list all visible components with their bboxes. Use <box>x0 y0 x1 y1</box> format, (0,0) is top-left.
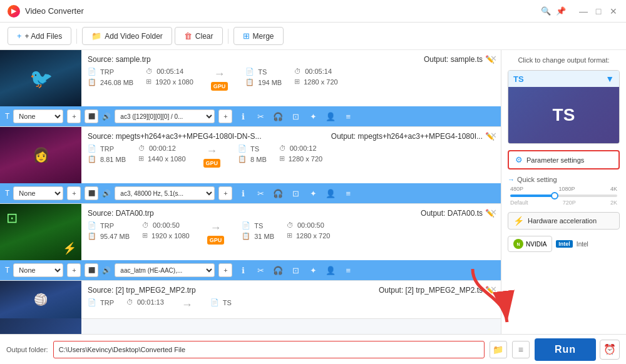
close-button[interactable]: ✕ <box>608 6 618 16</box>
maximize-button[interactable]: □ <box>593 6 603 16</box>
audio-select[interactable]: ac3, 48000 Hz, 5.1(s... <box>115 186 215 200</box>
output-title: Output: [2] trp_MPEG2_MP2.ts ✏️ <box>379 286 495 295</box>
file-thumbnail: 👩 <box>0 127 81 183</box>
quality-slider-thumb[interactable] <box>551 192 558 200</box>
close-item-button[interactable]: ✕ <box>490 208 497 217</box>
res-icon: ⊞ <box>146 78 151 86</box>
time-icon: ⏱ <box>146 68 153 75</box>
parameter-settings-button[interactable]: ⚙ Parameter settings <box>508 150 620 169</box>
format-icon: 📄 <box>88 68 96 76</box>
add-track-button[interactable]: + <box>67 109 81 123</box>
close-item-button[interactable]: ✕ <box>490 54 497 63</box>
crop-icon[interactable]: ⊡ <box>289 109 302 123</box>
watermark-icon[interactable]: 👤 <box>324 263 337 277</box>
add-folder-button[interactable]: 📁 Add Video Folder <box>82 27 172 45</box>
time-icon: ⏱ <box>138 144 145 152</box>
add-track-button[interactable]: + <box>67 263 81 277</box>
effect-icon[interactable]: ✦ <box>306 263 320 277</box>
effect-icon[interactable]: ✦ <box>306 109 320 123</box>
audio-icon: 🔊 <box>102 113 111 121</box>
crop-icon[interactable]: ⊡ <box>289 263 302 277</box>
track-options-button[interactable]: ⬛ <box>85 109 98 123</box>
arrow-right-icon: → <box>214 68 225 81</box>
audio-select[interactable]: ac3 ([129][0][0][0] / 0... <box>115 109 215 123</box>
headphone-icon[interactable]: 🎧 <box>271 263 285 277</box>
cut-icon[interactable]: ✂ <box>254 109 267 123</box>
title-bar: ▶ Video Converter 🔍 📌 — □ ✕ <box>0 0 626 23</box>
browse-folder-button[interactable]: 📁 <box>490 341 507 358</box>
subtitle-select[interactable]: None <box>13 186 63 200</box>
timer-button[interactable]: ⏰ <box>600 340 620 360</box>
out-size-icon: 📋 <box>242 232 250 240</box>
file-row: 🐦 Source: sample.trp Output: sample.ts ✏… <box>0 50 501 106</box>
search-icon[interactable]: 🔍 <box>541 6 551 16</box>
quality-slider-container: 480P 1080P 4K Default 720P 2K <box>508 186 620 206</box>
track-options-button[interactable]: ⬛ <box>85 186 98 200</box>
file-info: Source: DATA00.trp Output: DATA00.ts ✏️ … <box>81 204 501 260</box>
close-item-button[interactable]: ✕ <box>490 285 497 294</box>
quick-arrow-icon: → <box>508 176 515 183</box>
audio-select[interactable]: aac_latm (HE-AAC),... <box>115 263 215 277</box>
add-audio-button[interactable]: + <box>218 109 232 123</box>
quality-sublabels: Default 720P 2K <box>510 200 617 206</box>
text-icon: T <box>5 266 9 275</box>
size-icon: 📋 <box>88 78 96 86</box>
crop-icon[interactable]: ⊡ <box>289 186 302 200</box>
merge-button[interactable]: ⊞ Merge <box>233 27 284 45</box>
info-icon[interactable]: ℹ <box>236 186 250 200</box>
output-path-input[interactable] <box>53 341 485 358</box>
info-icon[interactable]: ℹ <box>236 263 250 277</box>
watermark-icon[interactable]: 👤 <box>324 186 337 200</box>
minimize-button[interactable]: — <box>578 6 588 16</box>
headphone-icon[interactable]: 🎧 <box>271 109 285 123</box>
dropdown-arrow-icon[interactable]: ▼ <box>605 74 614 84</box>
add-track-button[interactable]: + <box>67 186 81 200</box>
file-thumbnail: 🏐 <box>0 281 81 334</box>
format-selector[interactable]: TS ▼ TS <box>508 70 620 144</box>
hw-icon: ⚡ <box>513 216 524 226</box>
out-res-icon: ⊞ <box>279 154 285 163</box>
subtitle-edit-icon[interactable]: ≡ <box>341 186 355 200</box>
cut-icon[interactable]: ✂ <box>254 263 267 277</box>
out-format-icon: 📄 <box>210 298 219 306</box>
arrow-right-icon: → <box>206 144 217 158</box>
file-row: 🏐 Source: [2] trp_MPEG2_MP2.trp Output: … <box>0 281 501 318</box>
app-title: Video Converter <box>25 6 84 16</box>
run-button[interactable]: Run <box>535 338 596 361</box>
cut-icon[interactable]: ✂ <box>254 186 267 200</box>
subtitle-select[interactable]: None <box>13 263 63 277</box>
file-list: 🐦 Source: sample.trp Output: sample.ts ✏… <box>0 50 501 334</box>
file-info: Source: mpegts+h264+ac3++MPEG4-1080I-DN-… <box>81 127 501 183</box>
source-title: Source: DATA00.trp <box>88 209 154 218</box>
format-icon: 📄 <box>88 144 96 153</box>
subtitle-select[interactable]: None <box>13 109 63 123</box>
close-item-button[interactable]: ✕ <box>490 131 497 140</box>
right-panel: Click to change output format: TS ▼ TS ⚙… <box>501 50 626 334</box>
headphone-icon[interactable]: 🎧 <box>271 186 285 200</box>
hardware-acceleration-button[interactable]: ⚡ Hardware acceleration <box>508 212 620 230</box>
subtitle-edit-icon[interactable]: ≡ <box>341 109 355 123</box>
main-area: 🐦 Source: sample.trp Output: sample.ts ✏… <box>0 50 626 334</box>
add-audio-button[interactable]: + <box>218 263 232 277</box>
format-preview-text: TS <box>553 105 575 125</box>
track-options-button[interactable]: ⬛ <box>85 263 98 277</box>
format-preview: TS <box>508 87 619 143</box>
quick-setting-title: → Quick setting <box>508 176 620 183</box>
effect-icon[interactable]: ✦ <box>306 186 320 200</box>
output-title: Output: mpegts+h264+ac3++MPEG4-1080I... … <box>331 132 495 141</box>
save-list-button[interactable]: ≡ <box>512 341 530 358</box>
add-audio-button[interactable]: + <box>218 186 232 200</box>
subtitle-edit-icon[interactable]: ≡ <box>341 263 355 277</box>
output-title: Output: DATA00.ts ✏️ <box>421 209 495 218</box>
control-bar: T None + ⬛ 🔊 ac3 ([129][0][0][0] / 0... … <box>0 106 501 126</box>
file-row: ⊡ ⚡ Source: DATA00.trp Output: DATA00.ts… <box>0 204 501 260</box>
pin-icon[interactable]: 📌 <box>556 6 566 16</box>
res-icon: ⊞ <box>138 154 144 163</box>
app-icon: ▶ <box>8 5 20 18</box>
gpu-badge: GPU <box>207 236 225 245</box>
watermark-icon[interactable]: 👤 <box>324 109 337 123</box>
time-icon: ⏱ <box>142 221 149 229</box>
info-icon[interactable]: ℹ <box>236 109 250 123</box>
clear-button[interactable]: 🗑 Clear <box>175 27 223 45</box>
add-files-button[interactable]: + + Add Files <box>8 27 71 45</box>
